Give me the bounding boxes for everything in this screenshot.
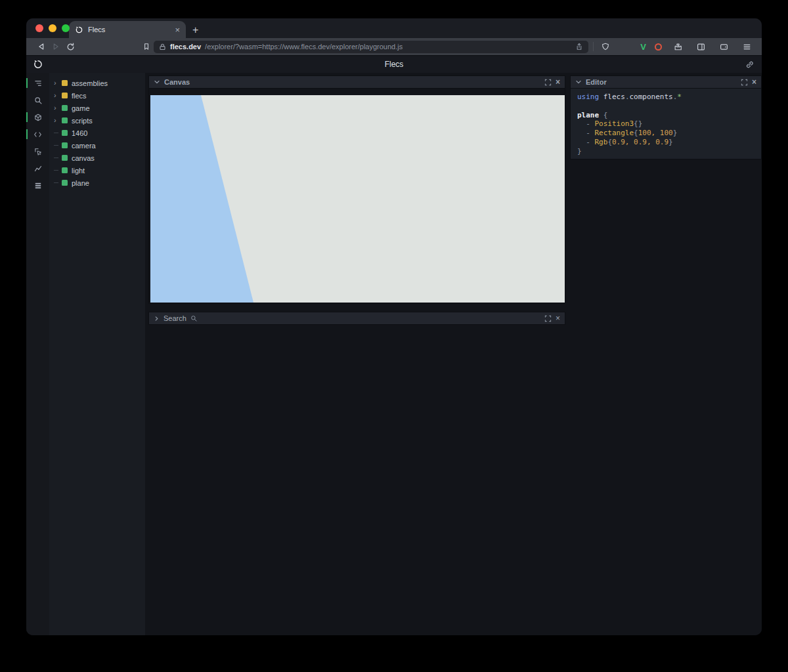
traffic-lights	[35, 24, 70, 32]
shield-icon[interactable]	[598, 40, 613, 53]
expand-chevron-icon[interactable]: ›	[54, 79, 62, 87]
script-code-icon[interactable]	[26, 129, 49, 139]
search-panel: Search ×	[148, 312, 565, 325]
tree-item-label: canvas	[72, 154, 95, 162]
window-minimize-button[interactable]	[49, 24, 56, 32]
code-line: - Rgb{0.9, 0.9, 0.9}	[577, 138, 755, 147]
window-close-button[interactable]	[35, 24, 43, 32]
expand-chevron-icon[interactable]: ›	[54, 104, 62, 112]
chevron-right-icon[interactable]	[154, 316, 160, 322]
code-editor[interactable]: using flecs.components.* plane { - Posit…	[570, 89, 762, 159]
new-tab-button[interactable]: +	[192, 25, 198, 35]
tree-guide-line	[54, 158, 62, 158]
tree-item[interactable]: 1460	[49, 127, 145, 139]
entity-color-swatch	[62, 117, 68, 123]
tree-item[interactable]: › scripts	[49, 114, 145, 127]
code-line	[577, 102, 755, 111]
tree-item[interactable]: plane	[49, 177, 145, 189]
entity-tree-icon[interactable]	[26, 78, 49, 88]
tree-item[interactable]: › flecs	[49, 89, 145, 102]
tree-item-label: camera	[72, 142, 96, 150]
panel-title: Search	[164, 314, 186, 322]
browser-toolbar: flecs.dev/explorer/?wasm=https://www.fle…	[26, 38, 762, 55]
bookmark-button[interactable]	[139, 40, 154, 53]
code-token: using	[577, 93, 603, 101]
search-panel-header[interactable]: Search ×	[148, 312, 565, 325]
chevron-down-icon[interactable]	[154, 79, 160, 85]
browser-tab-flecs[interactable]: Flecs ×	[69, 21, 186, 38]
statistics-chart-icon[interactable]	[26, 163, 49, 173]
tree-guide-line	[54, 182, 62, 183]
flecs-favicon-icon	[75, 26, 83, 34]
tree-guide-line	[54, 133, 62, 133]
canvas-viewport[interactable]	[150, 95, 565, 303]
code-line: }	[577, 147, 755, 156]
tree-item-label: assemblies	[72, 79, 108, 87]
url-bar[interactable]: flecs.dev/explorer/?wasm=https://www.fle…	[154, 41, 588, 53]
canvas-panel-header[interactable]: Canvas ×	[148, 75, 565, 89]
code-token: Rectangle	[595, 129, 634, 137]
code-token: 0.9, 0.9, 0.9	[612, 138, 668, 146]
tree-item[interactable]: › assemblies	[49, 77, 145, 89]
close-icon[interactable]: ×	[752, 78, 756, 86]
adblock-extension-button[interactable]	[655, 43, 662, 51]
tree-item-label: light	[72, 167, 85, 175]
expand-chevron-icon[interactable]: ›	[54, 117, 62, 124]
code-token: }	[577, 147, 582, 156]
code-token: 100, 100	[638, 129, 673, 137]
entity-color-swatch	[62, 155, 68, 161]
v-extension-button[interactable]: V	[640, 42, 646, 52]
page-title: Flecs	[26, 60, 762, 69]
inspector-cursor-icon[interactable]	[26, 146, 49, 156]
canvas-body	[148, 89, 565, 304]
reload-button[interactable]	[63, 40, 77, 53]
query-search-icon[interactable]	[26, 95, 49, 105]
editor-panel-header[interactable]: Editor ×	[570, 75, 762, 89]
fullscreen-icon[interactable]	[741, 79, 748, 86]
code-token: *	[677, 93, 682, 101]
forward-button[interactable]	[49, 40, 63, 53]
back-button[interactable]	[34, 40, 49, 53]
chevron-down-icon[interactable]	[575, 79, 582, 85]
menu-button[interactable]	[739, 40, 754, 53]
entity-color-swatch	[62, 105, 68, 111]
tree-item[interactable]: canvas	[49, 152, 145, 164]
code-token: -	[577, 119, 595, 128]
entity-color-swatch	[62, 93, 68, 98]
code-line: plane {	[577, 111, 755, 120]
code-token: {}	[634, 119, 642, 128]
close-icon[interactable]: ×	[556, 314, 560, 322]
code-token: {	[634, 129, 638, 137]
tree-item[interactable]: › game	[49, 102, 145, 114]
code-token: {	[607, 138, 612, 146]
left-icon-strip	[26, 73, 49, 635]
code-token: }	[673, 129, 678, 137]
tree-item[interactable]: camera	[49, 139, 145, 152]
tab-close-button[interactable]: ×	[175, 26, 180, 34]
entity-color-swatch	[62, 142, 68, 148]
close-icon[interactable]: ×	[556, 78, 560, 86]
expand-chevron-icon[interactable]: ›	[54, 92, 62, 99]
share-link-icon[interactable]	[745, 60, 754, 69]
url-path: /explorer/?wasm=https://www.flecs.dev/ex…	[205, 43, 403, 51]
wallet-button[interactable]	[716, 40, 731, 53]
tab-title: Flecs	[88, 26, 170, 33]
app-body: › assemblies › flecs › game › scripts	[26, 73, 762, 635]
extensions-puzzle-button[interactable]	[670, 40, 685, 53]
code-token: flecs	[603, 93, 625, 101]
tree-item[interactable]: light	[49, 164, 145, 177]
code-line: - Position3{}	[577, 119, 755, 129]
toolbar-divider	[593, 42, 594, 51]
code-token: plane	[577, 111, 603, 119]
tree-guide-line	[54, 170, 62, 171]
sidebar-toggle-button[interactable]	[693, 40, 708, 53]
fullscreen-icon[interactable]	[544, 79, 552, 86]
entity-color-swatch	[62, 80, 68, 86]
share-button[interactable]	[575, 43, 583, 51]
entity-color-swatch	[62, 130, 68, 136]
url-domain: flecs.dev	[170, 43, 201, 51]
components-cube-icon[interactable]	[26, 112, 49, 122]
window-zoom-button[interactable]	[62, 24, 70, 32]
fullscreen-icon[interactable]	[544, 315, 552, 322]
tables-rows-icon[interactable]	[26, 180, 49, 190]
